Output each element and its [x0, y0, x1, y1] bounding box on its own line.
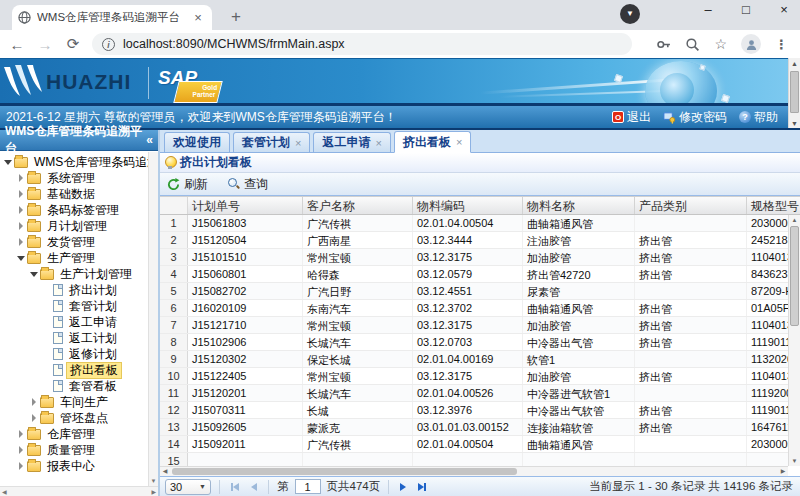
table-row[interactable]: 7 J15121710 常州宝顿 03.12.3175 加油胶管 挤出管 110… [160, 317, 788, 334]
scroll-down-icon[interactable]: ▼ [789, 456, 800, 466]
prev-page-button[interactable] [248, 479, 260, 495]
tree-node[interactable]: 质量管理 [0, 442, 158, 458]
scroll-up-icon[interactable]: ▲ [789, 58, 800, 70]
next-page-button[interactable] [397, 479, 409, 495]
help-button[interactable]: ? 帮助 [739, 109, 778, 126]
column-header[interactable]: 物料编码 [413, 197, 523, 214]
table-row[interactable]: 13 J15092605 蒙派克 03.01.01.03.00152 连接油箱软… [160, 419, 788, 436]
column-header[interactable]: 规格型号 [747, 197, 800, 214]
table-row[interactable]: 5 J15082702 广汽日野 03.12.4551 尿素管 87209-H5… [160, 283, 788, 300]
bookmark-star-icon[interactable]: ☆ [714, 36, 727, 52]
tree-expander-icon[interactable] [29, 397, 39, 407]
document-tab[interactable]: 套管计划 × [233, 132, 310, 152]
tree-node[interactable]: 生产计划管理 [0, 266, 158, 282]
column-header[interactable]: 计划单号 [188, 197, 303, 214]
header-frame-scrollbar[interactable]: ▲ ▼ [788, 58, 800, 130]
document-tab[interactable]: 欢迎使用 × [164, 132, 230, 152]
browser-update-icon[interactable]: ▼ [620, 4, 640, 24]
profile-avatar[interactable] [741, 34, 761, 54]
table-row[interactable]: 10 J15122405 常州宝顿 03.12.3175 加油胶管 挤出管 11… [160, 368, 788, 385]
tab-close-icon[interactable]: × [375, 137, 381, 149]
tree-expander-icon[interactable] [16, 445, 26, 455]
page-size-select[interactable]: 30 ▼ [165, 479, 211, 495]
tree-expander-icon[interactable] [42, 317, 52, 327]
column-header[interactable]: 客户名称 [303, 197, 413, 214]
tree-node[interactable]: 套管看板 [0, 378, 158, 394]
sidebar-vertical-scrollbar[interactable]: ▼ [148, 152, 158, 486]
tree-node[interactable]: 系统管理 [0, 170, 158, 186]
tree-node[interactable]: 生产管理 [0, 250, 158, 266]
tree-expander-icon[interactable] [16, 461, 26, 471]
page-info-icon[interactable]: i [102, 38, 115, 51]
scroll-left-icon[interactable]: ◀ [160, 467, 170, 476]
tree-node[interactable]: 返修计划 [0, 346, 158, 362]
table-row[interactable]: 6 J16020109 东南汽车 03.12.3702 曲轴箱通风管 挤出管 0… [160, 300, 788, 317]
browser-tab[interactable]: WMS仓库管理条码追溯平台 × [12, 5, 212, 30]
sidebar-collapse-icon[interactable]: « [146, 133, 153, 147]
new-tab-button[interactable]: + [224, 7, 248, 28]
logout-button[interactable]: O 退出 [612, 109, 651, 126]
scrollbar-thumb[interactable] [790, 226, 799, 326]
search-button[interactable]: 查询 [225, 174, 271, 195]
tree-expander-icon[interactable] [29, 413, 39, 423]
tree-expander-icon[interactable] [16, 205, 26, 215]
table-row[interactable]: 11 J15120201 长城汽车 02.01.04.00526 中冷器进气软管… [160, 385, 788, 402]
table-row[interactable]: 4 J15060801 哈得森 03.12.0579 挤出管42720 挤出管 … [160, 266, 788, 283]
scrollbar-thumb[interactable] [790, 71, 799, 113]
column-header[interactable]: 物料名称 [523, 197, 635, 214]
tree-expander-icon[interactable] [16, 189, 26, 199]
column-header[interactable]: 产品类别 [635, 197, 747, 214]
tree-expander-icon[interactable] [42, 285, 52, 295]
grid-horizontal-scrollbar[interactable]: ◀ ▶ [160, 466, 788, 476]
tree-expander-icon[interactable] [29, 269, 39, 279]
scroll-right-icon[interactable]: ▶ [151, 488, 156, 495]
sidebar-horizontal-scrollbar[interactable]: ◀ ▶ [0, 486, 158, 496]
scroll-up-icon[interactable]: ▲ [789, 215, 800, 225]
window-close-button[interactable]: × [776, 2, 792, 17]
first-page-button[interactable] [228, 479, 242, 495]
tree-expander-icon[interactable] [42, 301, 52, 311]
table-row[interactable]: 15 [160, 453, 788, 466]
tree-node[interactable]: 套管计划 [0, 298, 158, 314]
last-page-button[interactable] [415, 479, 429, 495]
tree-node[interactable]: WMS仓库管理条码追溯系统 [0, 154, 158, 170]
password-key-icon[interactable] [656, 37, 671, 52]
document-tab[interactable]: 挤出看板 × [394, 131, 471, 153]
tree-node[interactable]: 报表中心 [0, 458, 158, 474]
back-icon[interactable]: ← [8, 35, 26, 53]
scroll-down-icon[interactable]: ▼ [149, 476, 158, 486]
reload-icon[interactable]: ⟳ [64, 35, 82, 53]
tree-expander-icon[interactable] [16, 221, 26, 231]
tree-node[interactable]: 管坯盘点 [0, 410, 158, 426]
tree-expander-icon[interactable] [16, 173, 26, 183]
table-row[interactable]: 2 J15120504 广西南星 03.12.3444 注油胶管 挤出管 245… [160, 232, 788, 249]
tree-expander-icon[interactable] [42, 365, 52, 375]
zoom-icon[interactable] [685, 37, 700, 52]
browser-menu-icon[interactable]: ⋮ [775, 37, 788, 52]
table-row[interactable]: 1 J15061803 广汽传祺 02.01.04.00504 曲轴箱通风管 2… [160, 215, 788, 232]
tab-close-icon[interactable]: × [190, 10, 206, 26]
scrollbar-thumb[interactable] [172, 468, 517, 475]
change-password-button[interactable]: 修改密码 [663, 109, 727, 126]
tree-expander-icon[interactable] [42, 381, 52, 391]
tree-node[interactable]: 挤出看板 [0, 362, 158, 378]
tree-node[interactable]: 条码标签管理 [0, 202, 158, 218]
table-row[interactable]: 12 J15070311 长城 03.12.3976 中冷器出气软管 挤出管 1… [160, 402, 788, 419]
tree-expander-icon[interactable] [42, 349, 52, 359]
refresh-button[interactable]: 刷新 [164, 174, 211, 195]
table-row[interactable]: 9 J15120302 保定长城 02.01.04.00169 软管1 1132… [160, 351, 788, 368]
tree-node[interactable]: 基础数据 [0, 186, 158, 202]
tree-node[interactable]: 挤出计划 [0, 282, 158, 298]
window-minimize-button[interactable]: – [700, 2, 716, 17]
tree-node[interactable]: 仓库管理 [0, 426, 158, 442]
url-input[interactable]: i localhost:8090/MCHWMS/frmMain.aspx [92, 33, 632, 55]
tree-expander-icon[interactable] [16, 429, 26, 439]
document-tab[interactable]: 返工申请 × [313, 132, 390, 152]
tree-expander-icon[interactable] [3, 157, 13, 167]
window-maximize-button[interactable]: □ [738, 2, 754, 17]
table-row[interactable]: 8 J15102906 长城汽车 03.12.0703 中冷器出气管 挤出管 1… [160, 334, 788, 351]
tab-close-icon[interactable]: × [295, 137, 301, 149]
table-row[interactable]: 14 J15092011 广汽传祺 02.01.04.00504 曲轴箱通风管 … [160, 436, 788, 453]
tree-expander-icon[interactable] [16, 253, 26, 263]
scroll-left-icon[interactable]: ◀ [2, 488, 7, 495]
